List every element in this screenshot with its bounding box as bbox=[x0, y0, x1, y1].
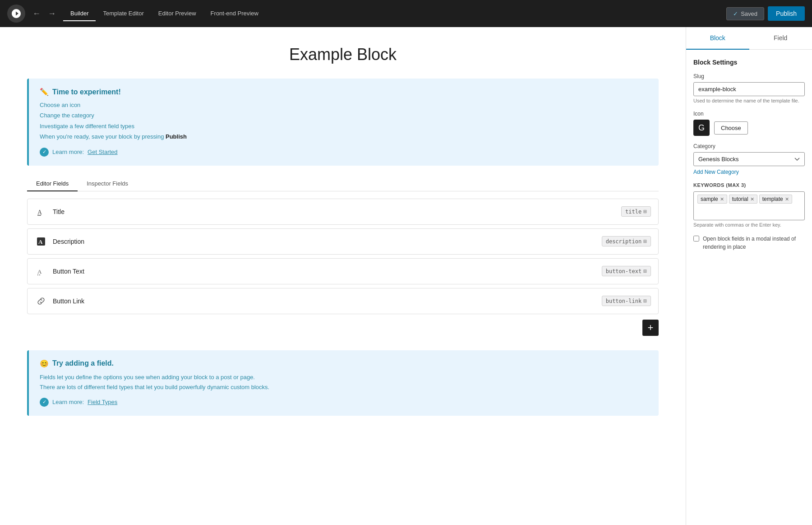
main-content: Example Block ✏️ Time to experiment! Cho… bbox=[0, 27, 686, 525]
panel-tabs: Block Field bbox=[686, 27, 812, 50]
info-item-publish: When you're ready, save your block by pr… bbox=[40, 131, 648, 142]
field-row-button-link: Button Link button-link ⊞ bbox=[27, 288, 659, 314]
title-field-icon: A bbox=[35, 205, 47, 218]
info-item-2: Change the category bbox=[40, 110, 648, 121]
page-title: Example Block bbox=[27, 45, 659, 64]
info-box2-check-icon: ✓ bbox=[40, 398, 49, 407]
wordpress-logo bbox=[7, 5, 25, 23]
experiment-info-box: ✏️ Time to experiment! Choose an icon Ch… bbox=[27, 79, 659, 166]
description-field-name: Description bbox=[53, 238, 596, 245]
tab-editor-fields[interactable]: Editor Fields bbox=[27, 177, 78, 191]
info-box2-text: Fields let you define the options you se… bbox=[40, 372, 648, 392]
check-icon: ✓ bbox=[733, 10, 738, 17]
info-box-items: Choose an icon Change the category Inves… bbox=[40, 100, 648, 142]
field-types-link[interactable]: Field Types bbox=[88, 399, 117, 405]
button-text-badge-icon[interactable]: ⊞ bbox=[643, 268, 647, 274]
svg-text:A: A bbox=[37, 268, 42, 275]
keyword-tutorial: tutorial ✕ bbox=[729, 195, 757, 204]
title-field-badge: title ⊞ bbox=[621, 206, 651, 217]
tab-editor-preview[interactable]: Editor Preview bbox=[151, 6, 203, 21]
info-box-title: ✏️ Time to experiment! bbox=[40, 88, 648, 96]
category-label: Category bbox=[693, 143, 805, 149]
keyword-sample-remove[interactable]: ✕ bbox=[720, 197, 724, 202]
nav-back-button[interactable]: ← bbox=[29, 8, 44, 19]
tab-inspector-fields[interactable]: Inspector Fields bbox=[78, 177, 137, 191]
button-text-field-badge: button-text ⊞ bbox=[602, 266, 651, 276]
field-row-button-text: A Button Text button-text ⊞ bbox=[27, 258, 659, 284]
keywords-container[interactable]: sample ✕ tutorial ✕ template ✕ bbox=[693, 191, 805, 220]
nav-forward-button[interactable]: → bbox=[44, 8, 60, 19]
app-layout: Example Block ✏️ Time to experiment! Cho… bbox=[0, 27, 812, 525]
right-panel: Block Field Block Settings Slug Used to … bbox=[686, 27, 812, 525]
description-field-icon: A bbox=[35, 235, 47, 248]
slug-label: Slug bbox=[693, 73, 805, 79]
keyword-template: template ✕ bbox=[759, 195, 792, 204]
add-category-link[interactable]: Add New Category bbox=[693, 169, 805, 175]
tab-builder[interactable]: Builder bbox=[63, 6, 96, 21]
field-row-description: A Description description ⊞ bbox=[27, 228, 659, 255]
button-link-field-badge: button-link ⊞ bbox=[602, 296, 651, 306]
info-item-3: Investigate a few different field types bbox=[40, 121, 648, 131]
button-link-field-icon bbox=[35, 295, 47, 307]
icon-row: G Choose bbox=[693, 120, 805, 136]
button-text-field-name: Button Text bbox=[53, 268, 596, 275]
svg-text:A: A bbox=[37, 209, 42, 216]
top-navigation: ← → Builder Template Editor Editor Previ… bbox=[0, 0, 812, 27]
nav-tabs: Builder Template Editor Editor Preview F… bbox=[63, 6, 266, 21]
publish-button[interactable]: Publish bbox=[768, 6, 805, 21]
modal-checkbox[interactable] bbox=[693, 236, 699, 242]
keyword-sample: sample ✕ bbox=[697, 195, 727, 204]
choose-icon-button[interactable]: Choose bbox=[714, 121, 748, 135]
title-badge-icon[interactable]: ⊞ bbox=[643, 208, 647, 215]
icon-label: Icon bbox=[693, 111, 805, 117]
description-field-badge: description ⊞ bbox=[602, 236, 651, 246]
pencil-icon: ✏️ bbox=[40, 88, 49, 96]
title-field-name: Title bbox=[53, 208, 616, 215]
info-box-learn: ✓ Learn more: Get Started bbox=[40, 148, 648, 157]
panel-body: Block Settings Slug Used to determine th… bbox=[686, 50, 812, 267]
modal-checkbox-label: Open block fields in a modal instead of … bbox=[703, 235, 805, 251]
info-box2-line2: There are lots of different field types … bbox=[40, 382, 648, 392]
svg-text:A: A bbox=[38, 238, 43, 245]
fields-tabs: Editor Fields Inspector Fields bbox=[27, 177, 659, 191]
add-field-button[interactable]: + bbox=[642, 320, 659, 336]
learn-check-icon: ✓ bbox=[40, 148, 49, 157]
description-badge-icon[interactable]: ⊞ bbox=[643, 238, 647, 245]
learn-prefix: Learn more: bbox=[52, 149, 84, 155]
keyword-tutorial-remove[interactable]: ✕ bbox=[750, 197, 754, 202]
try-adding-field-box: 😊 Try adding a field. Fields let you def… bbox=[27, 350, 659, 416]
info-box2-title: 😊 Try adding a field. bbox=[40, 359, 648, 368]
smiley-icon: 😊 bbox=[40, 359, 49, 368]
panel-tab-block[interactable]: Block bbox=[686, 27, 749, 50]
saved-status: ✓ Saved bbox=[726, 7, 764, 20]
keywords-title: KEYWORDS (MAX 3) bbox=[693, 182, 805, 188]
tab-frontend-preview[interactable]: Front-end Preview bbox=[203, 6, 266, 21]
block-settings-title: Block Settings bbox=[693, 59, 805, 66]
modal-checkbox-row: Open block fields in a modal instead of … bbox=[693, 235, 805, 251]
tab-template-editor[interactable]: Template Editor bbox=[96, 6, 151, 21]
icon-preview: G bbox=[693, 120, 710, 136]
keywords-hint: Separate with commas or the Enter key. bbox=[693, 222, 805, 228]
field-rows: A Title title ⊞ A Description bbox=[27, 199, 659, 314]
field-row-title: A Title title ⊞ bbox=[27, 199, 659, 225]
button-link-field-name: Button Link bbox=[53, 297, 596, 305]
info-box2-learn: ✓ Learn more: Field Types bbox=[40, 398, 648, 407]
slug-hint: Used to determine the name of the templa… bbox=[693, 98, 805, 103]
panel-tab-field[interactable]: Field bbox=[749, 27, 812, 50]
slug-input[interactable] bbox=[693, 82, 805, 96]
keyword-template-remove[interactable]: ✕ bbox=[785, 197, 789, 202]
info-box2-line1: Fields let you define the options you se… bbox=[40, 372, 648, 382]
button-link-badge-icon[interactable]: ⊞ bbox=[643, 297, 647, 304]
button-text-field-icon: A bbox=[35, 265, 47, 278]
info-item-1: Choose an icon bbox=[40, 100, 648, 110]
category-select[interactable]: Genesis Blocks Common Formatting Layout … bbox=[693, 152, 805, 166]
get-started-link[interactable]: Get Started bbox=[88, 149, 117, 155]
info-box2-learn-prefix: Learn more: bbox=[52, 399, 84, 405]
saved-label: Saved bbox=[741, 10, 757, 17]
